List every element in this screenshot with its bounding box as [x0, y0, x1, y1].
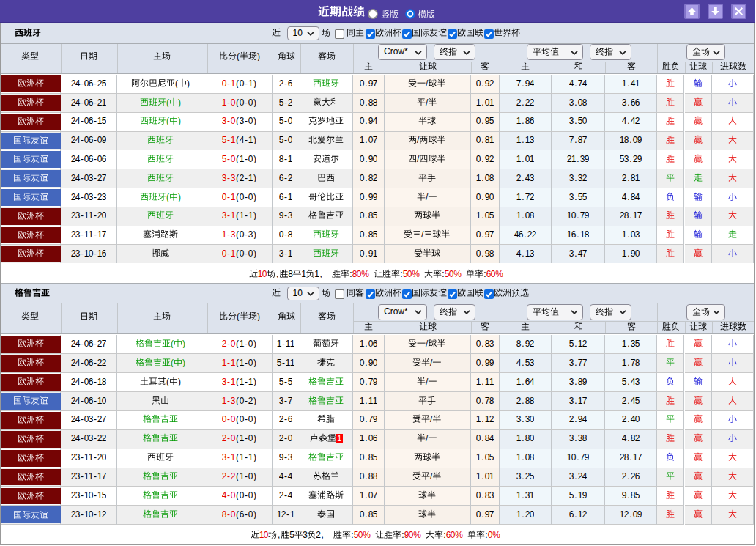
- svg-text:6-2: 6-2: [279, 173, 292, 182]
- svg-text:(0-0): (0-0): [236, 414, 256, 424]
- svg-text:7.87: 7.87: [569, 135, 587, 144]
- svg-text:0.99: 0.99: [476, 358, 494, 367]
- svg-text:24-06-18: 24-06-18: [71, 377, 106, 386]
- svg-text:23-11-20: 23-11-20: [71, 452, 106, 462]
- svg-text:24-03-22: 24-03-22: [71, 433, 106, 443]
- svg-text:,: ,: [276, 269, 278, 278]
- svg-text:1.06: 1.06: [360, 433, 377, 443]
- svg-text:3.17: 3.17: [569, 396, 587, 405]
- svg-text:(: (: [166, 116, 169, 125]
- svg-text:1.08: 1.08: [516, 452, 534, 462]
- svg-text:(0-2): (0-2): [236, 396, 256, 405]
- svg-text:2.45: 2.45: [622, 396, 640, 405]
- svg-text:1.78: 1.78: [622, 358, 640, 367]
- svg-text:23-10-12: 23-10-12: [71, 509, 106, 519]
- svg-text:): ): [178, 97, 181, 107]
- svg-text:2,: 2,: [316, 530, 332, 539]
- svg-text:8.92: 8.92: [516, 339, 534, 348]
- svg-text:53.29: 53.29: [620, 154, 642, 163]
- svg-text:24-06-10: 24-06-10: [71, 396, 106, 405]
- svg-text:24-06-27: 24-06-27: [71, 339, 106, 348]
- svg-text:(: (: [237, 51, 240, 61]
- svg-text:(0-0): (0-0): [236, 192, 256, 202]
- svg-text:1.31: 1.31: [516, 490, 534, 500]
- svg-text:3: 3: [303, 530, 308, 539]
- svg-text:1-1: 1-1: [222, 358, 236, 367]
- svg-text:24-06-06: 24-06-06: [71, 154, 106, 163]
- svg-text:(0-1): (0-1): [236, 78, 256, 88]
- svg-text:(0-0): (0-0): [236, 490, 256, 500]
- svg-text:(: (: [166, 97, 169, 107]
- svg-text:24-03-27: 24-03-27: [71, 414, 106, 424]
- svg-text:3.55: 3.55: [569, 192, 587, 202]
- svg-text:/: /: [417, 135, 420, 144]
- svg-text:3.89: 3.89: [569, 377, 587, 386]
- svg-text:0.83: 0.83: [476, 490, 494, 500]
- svg-text:/: /: [430, 471, 433, 481]
- svg-text:8-1: 8-1: [279, 154, 292, 163]
- svg-text:1.03: 1.03: [622, 229, 640, 239]
- svg-text:5-2: 5-2: [279, 97, 292, 107]
- svg-text:/: /: [430, 358, 433, 367]
- svg-text:): ): [182, 339, 185, 348]
- svg-text:2.26: 2.26: [622, 471, 640, 481]
- svg-text:50%: 50%: [445, 269, 462, 278]
- svg-text:0.85: 0.85: [360, 229, 377, 239]
- svg-text:0.92: 0.92: [476, 78, 494, 88]
- svg-text:23-11-17: 23-11-17: [71, 229, 106, 239]
- svg-text:10.79: 10.79: [567, 210, 589, 220]
- svg-text:1: 1: [301, 269, 306, 278]
- svg-text:4.53: 4.53: [516, 358, 534, 367]
- svg-text:2.94: 2.94: [569, 414, 587, 424]
- svg-text:21.39: 21.39: [567, 154, 589, 163]
- svg-text:0.85: 0.85: [360, 452, 377, 462]
- svg-text:1.90: 1.90: [622, 248, 640, 258]
- svg-text:24-06-09: 24-06-09: [71, 135, 106, 144]
- svg-text:(1-0): (1-0): [236, 154, 256, 163]
- svg-text:0.90: 0.90: [360, 154, 377, 163]
- svg-text:3-1: 3-1: [222, 210, 236, 220]
- svg-text:(: (: [171, 358, 174, 367]
- svg-text:50%: 50%: [354, 530, 371, 539]
- svg-text:1.41: 1.41: [622, 78, 640, 88]
- svg-text:1.08: 1.08: [516, 210, 534, 220]
- svg-text:2.43: 2.43: [516, 173, 534, 182]
- svg-text:1-3: 1-3: [222, 229, 236, 239]
- svg-text:5-11: 5-11: [277, 358, 294, 367]
- svg-text:23-10-15: 23-10-15: [71, 490, 106, 500]
- svg-text:(: (: [171, 339, 174, 348]
- svg-text:6.12: 6.12: [569, 509, 587, 519]
- svg-text:1.01: 1.01: [516, 154, 534, 163]
- svg-text:): ): [178, 192, 181, 202]
- svg-text:0.79: 0.79: [360, 414, 377, 424]
- svg-text:(1-1): (1-1): [236, 210, 256, 220]
- svg-text:1.01: 1.01: [476, 471, 494, 481]
- svg-text:1.11: 1.11: [360, 396, 377, 405]
- svg-text:46.22: 46.22: [514, 229, 536, 239]
- svg-text:0-0: 0-0: [222, 414, 236, 424]
- svg-text:2.88: 2.88: [516, 396, 534, 405]
- svg-text:0.98: 0.98: [476, 248, 494, 258]
- svg-text:(1-0): (1-0): [236, 433, 256, 443]
- svg-text:2-0: 2-0: [222, 339, 236, 348]
- svg-text:2-0: 2-0: [222, 433, 236, 443]
- svg-text:(: (: [237, 311, 240, 321]
- svg-text:5-1: 5-1: [222, 135, 236, 144]
- svg-text:0.90: 0.90: [476, 192, 494, 202]
- svg-text:5-0: 5-0: [279, 116, 292, 125]
- svg-text:,: ,: [278, 530, 280, 539]
- svg-text:28.17: 28.17: [620, 452, 642, 462]
- svg-text:(4-1): (4-1): [236, 135, 256, 144]
- svg-text:5-0: 5-0: [279, 135, 292, 144]
- svg-text:5-5: 5-5: [279, 377, 292, 386]
- svg-text:1.06: 1.06: [360, 339, 377, 348]
- svg-text:1.11: 1.11: [476, 377, 494, 386]
- svg-text:(2-1): (2-1): [236, 173, 256, 182]
- svg-text:/: /: [426, 78, 429, 88]
- svg-text:(: (: [166, 192, 169, 202]
- svg-text:/: /: [426, 97, 429, 107]
- svg-text:24-06-25: 24-06-25: [71, 78, 106, 88]
- svg-text:24-03-23: 24-03-23: [71, 192, 106, 202]
- svg-text:(0-0): (0-0): [236, 97, 256, 107]
- svg-text:2-4: 2-4: [279, 490, 292, 500]
